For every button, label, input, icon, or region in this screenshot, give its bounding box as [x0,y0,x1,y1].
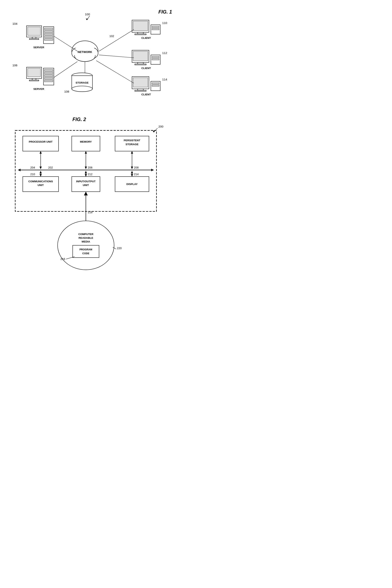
svg-text:216: 216 [60,258,65,260]
svg-text:UNIT: UNIT [83,184,89,186]
svg-text:218: 218 [88,211,92,214]
svg-rect-42 [138,32,144,34]
svg-text:MEMORY: MEMORY [80,140,92,143]
svg-rect-50 [133,52,148,61]
svg-text:FIG. 1: FIG. 1 [158,9,172,14]
svg-marker-115 [85,174,87,176]
svg-text:102: 102 [110,34,114,38]
svg-marker-122 [84,192,88,196]
svg-rect-54 [152,56,159,58]
svg-text:212: 212 [88,173,92,176]
svg-line-67 [54,36,77,51]
svg-marker-98 [131,151,133,154]
svg-marker-95 [85,166,87,169]
svg-text:202: 202 [48,166,53,169]
svg-text:PERSISTENT: PERSISTENT [124,139,140,142]
svg-text:NETWORK: NETWORK [78,50,92,54]
svg-text:STORAGE: STORAGE [76,81,88,84]
svg-rect-128 [72,245,99,258]
svg-rect-29 [44,72,53,74]
svg-text:PROCESSOR UNIT: PROCESSOR UNIT [29,140,53,143]
svg-marker-118 [131,171,133,173]
svg-marker-111 [40,174,42,176]
svg-text:CODE: CODE [82,252,90,255]
svg-text:112: 112 [162,51,167,54]
svg-text:114: 114 [162,78,167,81]
svg-text:COMMUNICATIONS: COMMUNICATIONS [28,180,53,183]
svg-line-72 [96,60,134,83]
svg-text:106: 106 [12,64,18,67]
svg-rect-80 [72,136,100,151]
svg-text:214: 214 [134,173,138,176]
svg-line-70 [99,30,134,51]
svg-rect-30 [44,75,53,77]
svg-text:208: 208 [134,166,138,169]
svg-text:SERVER: SERVER [33,46,44,49]
svg-marker-86 [151,169,154,171]
svg-rect-52 [135,64,146,65]
svg-rect-25 [32,78,36,80]
svg-rect-24 [28,68,40,77]
svg-text:CLIENT: CLIENT [142,93,151,96]
svg-rect-14 [30,38,39,40]
svg-text:DISPLAY: DISPLAY [126,183,138,186]
svg-marker-94 [85,151,87,154]
svg-marker-110 [40,171,42,173]
svg-rect-20 [44,38,53,40]
svg-rect-63 [152,82,159,84]
svg-text:108: 108 [64,90,69,93]
svg-text:110: 110 [162,21,167,24]
svg-marker-3 [86,19,88,20]
svg-text:100: 100 [85,12,90,16]
svg-rect-78 [23,136,58,151]
page: FIG. 1 100 NETWORK 102 [0,0,196,294]
svg-rect-32 [44,80,53,82]
svg-text:CLIENT: CLIENT [142,36,151,40]
svg-text:204: 204 [30,166,35,169]
svg-text:STORAGE: STORAGE [126,143,138,146]
svg-rect-55 [152,58,159,60]
svg-rect-31 [44,77,53,79]
svg-rect-43 [135,34,146,35]
svg-marker-90 [40,151,42,154]
svg-rect-12 [28,27,40,35]
svg-line-71 [99,55,134,58]
svg-text:COMPUTER: COMPUTER [78,233,94,236]
svg-rect-13 [32,37,36,39]
svg-rect-17 [44,30,53,32]
svg-text:READABLE: READABLE [78,236,93,239]
svg-text:PROGRAM: PROGRAM [80,248,92,251]
svg-text:104: 104 [12,22,18,25]
svg-text:FIG. 2: FIG. 2 [72,116,86,122]
svg-point-37 [72,86,92,92]
svg-text:210: 210 [30,173,35,176]
svg-rect-64 [152,85,159,86]
svg-marker-99 [131,166,133,169]
svg-rect-51 [138,62,144,64]
fig1-diagram: FIG. 1 100 NETWORK 102 [4,4,192,106]
svg-rect-28 [44,70,53,72]
svg-text:220: 220 [117,246,122,250]
svg-marker-87 [18,169,20,171]
svg-rect-18 [44,33,53,35]
svg-marker-114 [85,171,87,173]
svg-rect-45 [152,26,159,28]
svg-rect-61 [135,90,146,91]
svg-marker-119 [131,174,133,176]
svg-text:MEDIA: MEDIA [82,240,90,243]
svg-rect-59 [133,78,148,87]
svg-rect-46 [152,28,159,30]
svg-text:CLIENT: CLIENT [142,67,151,70]
svg-rect-16 [44,28,53,30]
svg-text:UNIT: UNIT [38,184,44,186]
fig2-diagram: FIG. 2 200 PROCESSOR UNIT MEMORY PERSIST… [4,112,192,288]
svg-text:INPUT/OUTPUT: INPUT/OUTPUT [76,180,96,183]
svg-rect-26 [30,80,39,81]
svg-text:200: 200 [158,125,164,128]
svg-rect-60 [138,89,144,90]
svg-rect-41 [133,21,148,30]
svg-marker-91 [40,166,42,169]
svg-rect-19 [44,36,53,38]
svg-text:206: 206 [88,166,92,169]
svg-text:SERVER: SERVER [33,88,44,90]
